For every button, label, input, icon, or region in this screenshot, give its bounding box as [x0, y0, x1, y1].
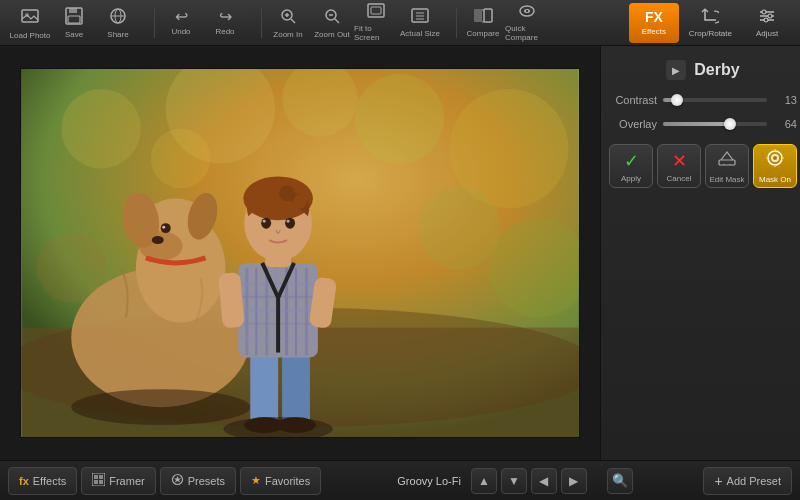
zoom-out-button[interactable]: Zoom Out — [310, 3, 354, 43]
save-label: Save — [65, 30, 83, 39]
cancel-label: Cancel — [667, 174, 692, 183]
svg-point-43 — [417, 186, 501, 270]
undo-icon: ↩ — [175, 9, 188, 25]
svg-point-35 — [61, 89, 141, 169]
svg-point-76 — [263, 184, 281, 202]
svg-rect-101 — [94, 480, 98, 484]
effects-tab[interactable]: fx Effects — [8, 467, 77, 495]
bottom-toolbar: fx Effects Framer Presets ★ Favorites — [0, 460, 800, 500]
up-arrow-icon: ▲ — [478, 474, 490, 488]
svg-rect-60 — [245, 268, 248, 356]
svg-point-54 — [152, 236, 164, 244]
redo-button[interactable]: ↪ Redo — [203, 3, 247, 43]
crop-rotate-button[interactable]: Crop/Rotate — [681, 3, 740, 43]
top-toolbar: Load Photo Save Share — [0, 0, 800, 46]
fx-effects-button[interactable]: FX Effects — [629, 3, 679, 43]
preset-next-button[interactable]: ▶ — [561, 468, 587, 494]
play-button[interactable]: ▶ — [666, 60, 686, 80]
overlay-label: Overlay — [609, 118, 657, 130]
overlay-thumb[interactable] — [724, 118, 736, 130]
down-arrow-icon: ▼ — [508, 474, 520, 488]
quick-compare-label: Quick Compare — [505, 24, 549, 42]
apply-button[interactable]: ✓ Apply — [609, 144, 653, 188]
contrast-slider[interactable] — [663, 98, 767, 102]
svg-point-27 — [526, 10, 528, 12]
svg-point-32 — [768, 14, 772, 18]
separator-1 — [154, 8, 155, 38]
favorites-tab[interactable]: ★ Favorites — [240, 467, 321, 495]
current-preset: Groovy Lo-Fi — [391, 475, 467, 487]
contrast-thumb[interactable] — [671, 94, 683, 106]
svg-rect-61 — [255, 268, 257, 356]
separator-2 — [261, 8, 262, 38]
mask-on-button[interactable]: Mask On — [753, 144, 797, 188]
compare-label: Compare — [467, 29, 500, 38]
next-icon: ▶ — [569, 474, 578, 488]
play-icon: ▶ — [672, 65, 680, 76]
actual-size-icon — [411, 8, 429, 27]
preset-up-button[interactable]: ▲ — [471, 468, 497, 494]
svg-point-82 — [287, 220, 290, 223]
quick-compare-button[interactable]: Quick Compare — [505, 3, 549, 43]
save-icon — [65, 7, 83, 28]
actual-size-label: Actual Size — [400, 29, 440, 38]
search-icon: 🔍 — [612, 473, 628, 488]
svg-point-41 — [151, 129, 211, 189]
share-button[interactable]: Share — [96, 3, 140, 43]
favorites-label: Favorites — [265, 475, 310, 487]
add-preset-button[interactable]: + Add Preset — [703, 467, 792, 495]
svg-rect-88 — [719, 160, 735, 165]
overlay-slider[interactable] — [663, 122, 767, 126]
edit-mask-button[interactable]: Edit Mask — [705, 144, 749, 188]
zoom-out-label: Zoom Out — [314, 30, 350, 39]
fit-screen-button[interactable]: Fit to Screen — [354, 3, 398, 43]
framer-label: Framer — [109, 475, 144, 487]
effect-name: Derby — [694, 61, 739, 79]
add-preset-label: Add Preset — [727, 475, 781, 487]
svg-line-14 — [335, 19, 339, 23]
presets-tab[interactable]: Presets — [160, 467, 236, 495]
svg-rect-67 — [238, 283, 318, 285]
zoom-in-button[interactable]: Zoom In — [266, 3, 310, 43]
crop-rotate-label: Crop/Rotate — [689, 29, 732, 38]
effect-title-row: ▶ Derby — [609, 56, 797, 84]
preset-prev-button[interactable]: ◀ — [531, 468, 557, 494]
apply-label: Apply — [621, 174, 641, 183]
photo-area — [0, 46, 600, 460]
action-buttons: ✓ Apply ✕ Cancel Edit Mask — [609, 144, 797, 188]
svg-rect-0 — [22, 10, 38, 22]
contrast-row: Contrast 13 — [609, 92, 797, 108]
cancel-icon: ✕ — [672, 150, 687, 172]
svg-line-11 — [291, 19, 295, 23]
share-label: Share — [107, 30, 128, 39]
crop-rotate-icon — [701, 8, 719, 27]
fit-screen-icon — [367, 3, 385, 22]
svg-point-80 — [285, 218, 295, 229]
presets-icon — [171, 473, 184, 488]
svg-point-52 — [161, 223, 171, 233]
contrast-value: 13 — [773, 94, 797, 106]
framer-tab[interactable]: Framer — [81, 467, 155, 495]
svg-rect-21 — [474, 9, 482, 22]
photo-canvas — [21, 69, 579, 437]
right-tools: FX Effects Crop/Rotate — [629, 3, 792, 43]
svg-rect-56 — [250, 352, 278, 427]
load-photo-button[interactable]: Load Photo — [8, 3, 52, 43]
zoom-in-label: Zoom In — [273, 30, 302, 39]
contrast-label: Contrast — [609, 94, 657, 106]
svg-rect-102 — [99, 480, 103, 484]
adjust-button[interactable]: Adjust — [742, 3, 792, 43]
cancel-button[interactable]: ✕ Cancel — [657, 144, 701, 188]
separator-3 — [456, 8, 457, 38]
actual-size-button[interactable]: Actual Size — [398, 3, 442, 43]
save-button[interactable]: Save — [52, 3, 96, 43]
mask-on-label: Mask On — [759, 175, 791, 184]
adjust-icon — [758, 8, 776, 27]
search-button[interactable]: 🔍 — [607, 468, 633, 494]
preset-down-button[interactable]: ▼ — [501, 468, 527, 494]
zoom-out-icon — [323, 7, 341, 28]
svg-rect-62 — [265, 268, 268, 356]
compare-tools: Compare Quick Compare — [461, 3, 549, 43]
undo-button[interactable]: ↩ Undo — [159, 3, 203, 43]
compare-button[interactable]: Compare — [461, 3, 505, 43]
